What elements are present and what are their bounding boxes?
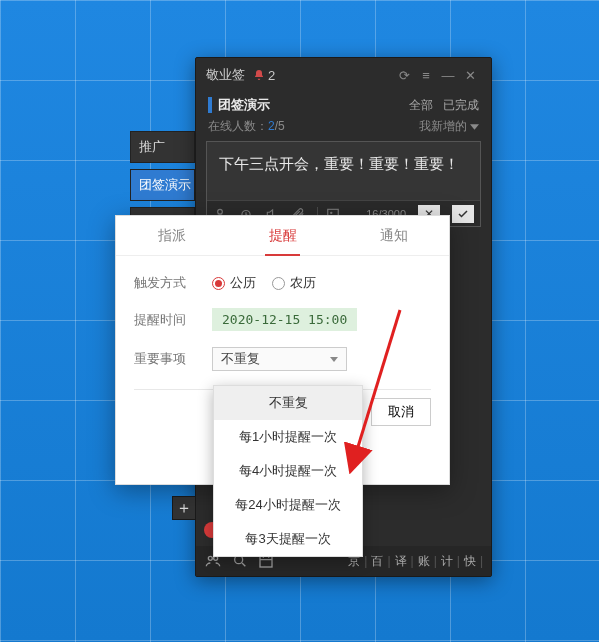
radio-dot-icon bbox=[212, 277, 225, 290]
repeat-label: 重要事项 bbox=[134, 350, 196, 368]
radio-dot-icon bbox=[272, 277, 285, 290]
quick-2[interactable]: 译 bbox=[395, 553, 407, 570]
radio-solar[interactable]: 公历 bbox=[212, 274, 256, 292]
minimize-icon[interactable]: — bbox=[437, 68, 459, 83]
sidetab-0[interactable]: 推广 bbox=[130, 131, 195, 163]
repeat-select[interactable]: 不重复 bbox=[212, 347, 347, 371]
titlebar: 敬业签 2 ⟳ ≡ — ✕ bbox=[196, 58, 491, 92]
quick-5[interactable]: 快 bbox=[464, 553, 476, 570]
repeat-option-0[interactable]: 不重复 bbox=[214, 386, 362, 420]
radio-lunar[interactable]: 农历 bbox=[272, 274, 316, 292]
tab-assign[interactable]: 指派 bbox=[116, 216, 227, 255]
tab-remind[interactable]: 提醒 bbox=[227, 216, 338, 255]
chevron-down-icon bbox=[330, 357, 338, 362]
online-count: 在线人数：2/5 bbox=[208, 118, 285, 135]
repeat-option-2[interactable]: 每4小时提醒一次 bbox=[214, 454, 362, 488]
svg-point-0 bbox=[218, 209, 223, 214]
quick-1[interactable]: 百 bbox=[371, 553, 383, 570]
repeat-option-4[interactable]: 每3天提醒一次 bbox=[214, 522, 362, 556]
confirm-note-button[interactable] bbox=[452, 205, 474, 223]
quick-4[interactable]: 计 bbox=[441, 553, 453, 570]
group-color-bar bbox=[208, 97, 212, 113]
repeat-option-1[interactable]: 每1小时提醒一次 bbox=[214, 420, 362, 454]
tab-all[interactable]: 全部 bbox=[409, 97, 433, 114]
popup-tabs: 指派 提醒 通知 bbox=[116, 216, 449, 256]
quick-3[interactable]: 账 bbox=[418, 553, 430, 570]
repeat-option-3[interactable]: 每24小时提醒一次 bbox=[214, 488, 362, 522]
app-name: 敬业签 bbox=[206, 66, 245, 84]
tab-notify[interactable]: 通知 bbox=[338, 216, 449, 255]
svg-rect-7 bbox=[260, 556, 272, 567]
tab-done[interactable]: 已完成 bbox=[443, 97, 479, 114]
svg-point-4 bbox=[208, 556, 212, 560]
cancel-button[interactable]: 取消 bbox=[371, 398, 431, 426]
note-textarea[interactable]: 下午三点开会，重要！重要！重要！ bbox=[207, 142, 480, 200]
my-added-dropdown[interactable]: 我新增的 bbox=[419, 118, 479, 135]
repeat-dropdown: 不重复 每1小时提醒一次 每4小时提醒一次 每24小时提醒一次 每3天提醒一次 bbox=[213, 385, 363, 557]
time-input[interactable]: 2020-12-15 15:00 bbox=[212, 308, 357, 331]
trigger-label: 触发方式 bbox=[134, 274, 196, 292]
group-header: 团签演示 全部 已完成 bbox=[196, 92, 491, 116]
svg-point-3 bbox=[330, 211, 332, 213]
group-subheader: 在线人数：2/5 我新增的 bbox=[196, 116, 491, 141]
sync-icon[interactable]: ⟳ bbox=[393, 68, 415, 83]
bell-count: 2 bbox=[268, 68, 275, 83]
bell-icon[interactable]: 2 bbox=[253, 68, 275, 83]
time-label: 提醒时间 bbox=[134, 311, 196, 329]
menu-icon[interactable]: ≡ bbox=[415, 68, 437, 83]
close-icon[interactable]: ✕ bbox=[459, 68, 481, 83]
repeat-select-value: 不重复 bbox=[221, 350, 260, 368]
sidetab-1[interactable]: 团签演示 bbox=[130, 169, 195, 201]
quick-links: 京| 百| 译| 账| 计| 快| bbox=[348, 553, 483, 570]
group-name: 团签演示 bbox=[218, 96, 270, 114]
add-note-button[interactable]: ＋ bbox=[172, 496, 196, 520]
